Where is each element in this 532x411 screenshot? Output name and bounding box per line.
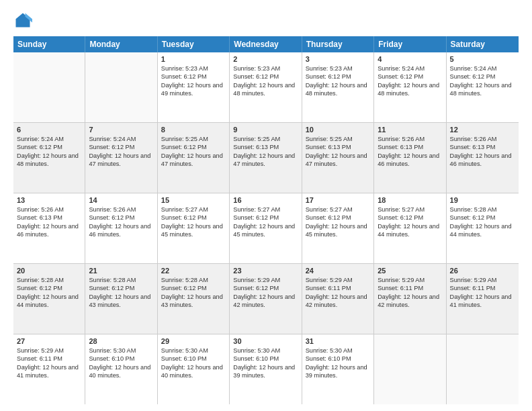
calendar-cell: 5Sunrise: 5:24 AMSunset: 6:12 PMDaylight… [447,52,519,122]
sunset-text: Sunset: 6:11 PM [306,284,370,292]
calendar-cell: 14Sunrise: 5:26 AMSunset: 6:12 PMDayligh… [85,193,157,263]
daylight-text-2: 39 minutes. [233,371,298,379]
calendar-cell: 18Sunrise: 5:27 AMSunset: 6:12 PMDayligh… [374,193,446,263]
calendar-row-1: 6Sunrise: 5:24 AMSunset: 6:12 PMDaylight… [13,123,519,193]
calendar-cell: 26Sunrise: 5:29 AMSunset: 6:11 PMDayligh… [447,264,519,334]
sunset-text: Sunset: 6:11 PM [450,284,515,292]
logo-icon [13,11,32,30]
day-number: 12 [450,126,515,134]
sunset-text: Sunset: 6:13 PM [450,143,515,151]
daylight-text-2: 46 minutes. [378,160,442,168]
daylight-text-2: 48 minutes. [17,160,81,168]
daylight-text-2: 43 minutes. [161,301,226,309]
daylight-text: Daylight: 12 hours and [306,222,370,230]
day-number: 26 [450,267,515,275]
day-number: 17 [306,196,370,204]
sunset-text: Sunset: 6:12 PM [306,214,370,222]
calendar-row-0: 1Sunrise: 5:23 AMSunset: 6:12 PMDaylight… [13,52,519,123]
calendar-cell: 23Sunrise: 5:29 AMSunset: 6:12 PMDayligh… [230,264,302,334]
daylight-text: Daylight: 12 hours and [378,293,442,301]
sunset-text: Sunset: 6:10 PM [233,355,298,363]
sunrise-text: Sunrise: 5:29 AM [233,276,298,284]
calendar-cell: 13Sunrise: 5:26 AMSunset: 6:13 PMDayligh… [13,193,85,263]
daylight-text: Daylight: 12 hours and [233,293,298,301]
day-number: 11 [378,126,442,134]
sunrise-text: Sunrise: 5:28 AM [450,205,515,214]
calendar-cell: 8Sunrise: 5:25 AMSunset: 6:12 PMDaylight… [158,123,230,193]
sunrise-text: Sunrise: 5:24 AM [450,64,515,73]
calendar-cell: 10Sunrise: 5:25 AMSunset: 6:13 PMDayligh… [302,123,374,193]
sunrise-text: Sunrise: 5:28 AM [17,276,81,284]
sunrise-text: Sunrise: 5:30 AM [306,347,370,355]
sunrise-text: Sunrise: 5:24 AM [378,64,442,73]
daylight-text: Daylight: 12 hours and [450,293,515,301]
calendar-cell: 9Sunrise: 5:25 AMSunset: 6:13 PMDaylight… [230,123,302,193]
calendar-cell: 19Sunrise: 5:28 AMSunset: 6:12 PMDayligh… [447,193,519,263]
sunrise-text: Sunrise: 5:26 AM [17,205,81,214]
calendar-cell: 20Sunrise: 5:28 AMSunset: 6:12 PMDayligh… [13,264,85,334]
daylight-text-2: 47 minutes. [89,160,153,168]
daylight-text: Daylight: 12 hours and [450,222,515,230]
calendar-cell: 28Sunrise: 5:30 AMSunset: 6:10 PMDayligh… [85,334,157,404]
daylight-text-2: 45 minutes. [233,230,298,238]
day-number: 30 [233,337,298,345]
daylight-text-2: 49 minutes. [161,89,226,97]
daylight-text-2: 46 minutes. [17,230,81,238]
daylight-text: Daylight: 12 hours and [161,363,226,371]
daylight-text-2: 40 minutes. [161,371,226,379]
sunset-text: Sunset: 6:12 PM [233,284,298,292]
day-number: 31 [306,337,370,345]
sunset-text: Sunset: 6:10 PM [161,355,226,363]
daylight-text-2: 48 minutes. [233,89,298,97]
daylight-text: Daylight: 12 hours and [233,81,298,89]
daylight-text-2: 39 minutes. [306,371,370,379]
daylight-text-2: 42 minutes. [233,301,298,309]
sunrise-text: Sunrise: 5:23 AM [233,64,298,73]
day-number: 29 [161,337,226,345]
logo [13,11,35,30]
sunset-text: Sunset: 6:12 PM [378,214,442,222]
day-number: 10 [306,126,370,134]
sunrise-text: Sunrise: 5:25 AM [233,135,298,143]
sunset-text: Sunset: 6:12 PM [161,143,226,151]
daylight-text-2: 40 minutes. [89,371,153,379]
sunset-text: Sunset: 6:12 PM [161,214,226,222]
day-number: 23 [233,267,298,275]
calendar-cell: 1Sunrise: 5:23 AMSunset: 6:12 PMDaylight… [158,52,230,122]
sunset-text: Sunset: 6:12 PM [233,214,298,222]
header-day-wednesday: Wednesday [230,36,302,52]
sunrise-text: Sunrise: 5:29 AM [17,347,81,355]
sunrise-text: Sunrise: 5:25 AM [161,135,226,143]
svg-marker-0 [16,13,30,28]
calendar-cell: 30Sunrise: 5:30 AMSunset: 6:10 PMDayligh… [230,334,302,404]
header-day-sunday: Sunday [13,36,85,52]
header-day-friday: Friday [374,36,446,52]
daylight-text: Daylight: 12 hours and [89,222,153,230]
day-number: 5 [450,55,515,63]
daylight-text: Daylight: 12 hours and [161,152,226,160]
day-number: 3 [306,55,370,63]
daylight-text: Daylight: 12 hours and [161,222,226,230]
day-number: 6 [17,126,81,134]
day-number: 4 [378,55,442,63]
daylight-text-2: 42 minutes. [306,301,370,309]
daylight-text: Daylight: 12 hours and [89,152,153,160]
daylight-text: Daylight: 12 hours and [17,222,81,230]
day-number: 20 [17,267,81,275]
calendar-cell: 7Sunrise: 5:24 AMSunset: 6:12 PMDaylight… [85,123,157,193]
calendar-cell: 6Sunrise: 5:24 AMSunset: 6:12 PMDaylight… [13,123,85,193]
daylight-text: Daylight: 12 hours and [161,81,226,89]
daylight-text: Daylight: 12 hours and [306,363,370,371]
daylight-text: Daylight: 12 hours and [89,363,153,371]
daylight-text: Daylight: 12 hours and [89,293,153,301]
calendar-cell: 12Sunrise: 5:26 AMSunset: 6:13 PMDayligh… [447,123,519,193]
daylight-text-2: 48 minutes. [450,89,515,97]
day-number: 22 [161,267,226,275]
daylight-text: Daylight: 12 hours and [306,293,370,301]
sunrise-text: Sunrise: 5:30 AM [161,347,226,355]
sunset-text: Sunset: 6:13 PM [17,214,81,222]
sunrise-text: Sunrise: 5:29 AM [306,276,370,284]
daylight-text: Daylight: 12 hours and [17,363,81,371]
day-number: 16 [233,196,298,204]
daylight-text-2: 47 minutes. [233,160,298,168]
